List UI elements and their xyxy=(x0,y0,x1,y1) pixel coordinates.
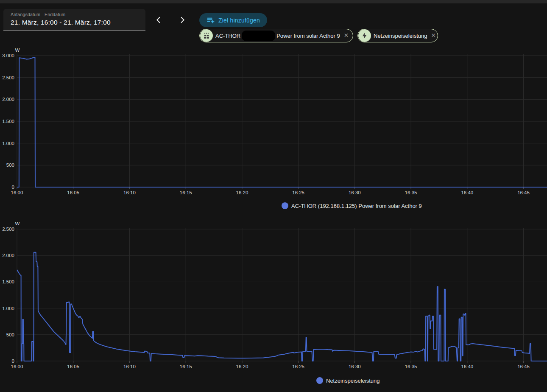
svg-text:16:25: 16:25 xyxy=(292,190,304,195)
legend-dot xyxy=(282,202,288,209)
chip-label-prefix: AC-THOR xyxy=(215,33,240,39)
history-page: Anfangsdatum - Enddatum 21. März, 16:00 … xyxy=(0,0,547,392)
svg-text:1.000: 1.000 xyxy=(2,141,14,146)
remove-chip-icon[interactable]: ✕ xyxy=(344,33,349,39)
playlist-plus-icon xyxy=(207,16,215,24)
svg-text:16:30: 16:30 xyxy=(349,190,361,195)
netzeinspeiseleistung-chart[interactable]: 05001.0001.5002.0002.50016:0016:0516:101… xyxy=(0,218,547,373)
remove-chip-icon[interactable]: ✕ xyxy=(431,33,435,39)
svg-text:16:15: 16:15 xyxy=(180,364,192,369)
next-period-button[interactable] xyxy=(177,15,187,25)
svg-text:16:45: 16:45 xyxy=(517,190,530,195)
svg-text:16:20: 16:20 xyxy=(236,364,248,369)
svg-text:W: W xyxy=(15,48,20,53)
solar-power-icon xyxy=(200,29,213,42)
svg-text:500: 500 xyxy=(6,162,14,168)
legend-item-acthor[interactable]: AC-THOR (192.168.1.125) Power from solar… xyxy=(282,202,422,209)
svg-text:2.000: 2.000 xyxy=(2,253,14,258)
date-range-value: 21. März, 16:00 - 21. März, 17:00 xyxy=(11,19,145,26)
svg-text:16:40: 16:40 xyxy=(461,364,473,369)
svg-text:16:00: 16:00 xyxy=(11,190,23,195)
chevron-left-icon xyxy=(154,15,163,25)
add-target-button[interactable]: Ziel hinzufügen xyxy=(199,13,267,27)
svg-text:2.500: 2.500 xyxy=(2,75,14,80)
entity-chip-acthor[interactable]: AC-THOR Power from solar Acthor 9 ✕ xyxy=(199,29,353,42)
date-range-picker[interactable]: Anfangsdatum - Enddatum 21. März, 16:00 … xyxy=(3,9,145,31)
entity-chip-netzeinspeiseleistung[interactable]: Netzeinspeiseleistung ✕ xyxy=(357,29,438,42)
svg-text:16:45: 16:45 xyxy=(517,364,530,369)
top-toolbar-edge xyxy=(0,0,547,3)
svg-text:16:15: 16:15 xyxy=(180,190,192,195)
svg-text:1.500: 1.500 xyxy=(2,119,14,124)
svg-text:1.500: 1.500 xyxy=(2,279,14,284)
svg-text:16:10: 16:10 xyxy=(123,190,136,195)
svg-text:16:20: 16:20 xyxy=(236,190,248,195)
svg-text:16:10: 16:10 xyxy=(123,364,136,369)
svg-text:0: 0 xyxy=(12,358,14,364)
svg-text:2.500: 2.500 xyxy=(2,227,14,232)
svg-text:16:30: 16:30 xyxy=(349,364,361,369)
legend-label: AC-THOR (192.168.1.125) Power from solar… xyxy=(291,203,422,209)
svg-text:16:35: 16:35 xyxy=(405,190,417,195)
svg-text:W: W xyxy=(15,221,20,226)
svg-text:0: 0 xyxy=(12,185,14,190)
svg-text:3.000: 3.000 xyxy=(2,53,14,58)
svg-text:500: 500 xyxy=(6,332,14,337)
chip-label-suffix: Power from solar Acthor 9 xyxy=(276,33,340,39)
svg-text:16:40: 16:40 xyxy=(461,190,473,195)
svg-text:16:00: 16:00 xyxy=(11,364,23,369)
legend-label: Netzeinspeiseleistung xyxy=(326,378,380,384)
legend-dot xyxy=(316,377,323,384)
svg-text:16:05: 16:05 xyxy=(67,190,79,195)
svg-text:2.000: 2.000 xyxy=(2,97,14,102)
chevron-right-icon xyxy=(178,15,187,25)
date-range-label: Anfangsdatum - Enddatum xyxy=(11,12,145,17)
previous-period-button[interactable] xyxy=(153,15,164,25)
flash-icon xyxy=(358,29,371,42)
add-target-label: Ziel hinzufügen xyxy=(218,17,260,24)
svg-text:16:35: 16:35 xyxy=(405,364,417,369)
chip-label: Netzeinspeiseleistung xyxy=(374,33,427,39)
power-from-solar-chart[interactable]: 05001.0001.5002.0002.5003.00016:0016:051… xyxy=(0,45,547,199)
legend-item-netzeinspeiseleistung[interactable]: Netzeinspeiseleistung xyxy=(316,377,380,384)
svg-text:16:25: 16:25 xyxy=(292,364,304,369)
svg-text:1.000: 1.000 xyxy=(2,306,14,311)
redaction-overlay xyxy=(242,31,275,41)
svg-text:16:05: 16:05 xyxy=(67,364,79,369)
